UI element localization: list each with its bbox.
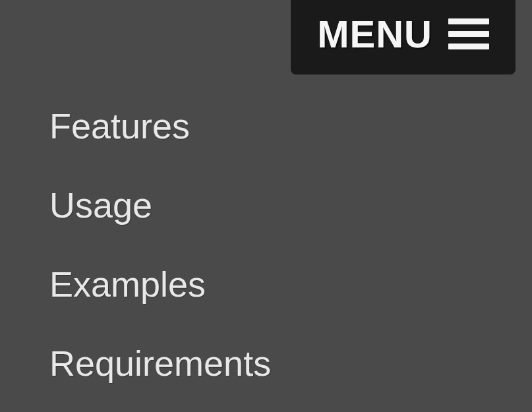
nav-item-label: Requirements — [49, 343, 271, 383]
nav-item-label: Examples — [49, 264, 206, 304]
hamburger-icon — [448, 18, 489, 49]
nav-item-label: Usage — [49, 185, 152, 225]
nav-item-requirements[interactable]: Requirements — [49, 343, 271, 384]
nav-item-features[interactable]: Features — [49, 105, 271, 146]
nav-item-examples[interactable]: Examples — [49, 264, 271, 305]
nav-item-label: Features — [49, 106, 190, 146]
nav-list: Features Usage Examples Requirements — [49, 105, 271, 412]
menu-toggle-button[interactable]: MENU — [291, 0, 516, 74]
nav-item-usage[interactable]: Usage — [49, 185, 271, 225]
menu-label: MENU — [317, 12, 432, 56]
